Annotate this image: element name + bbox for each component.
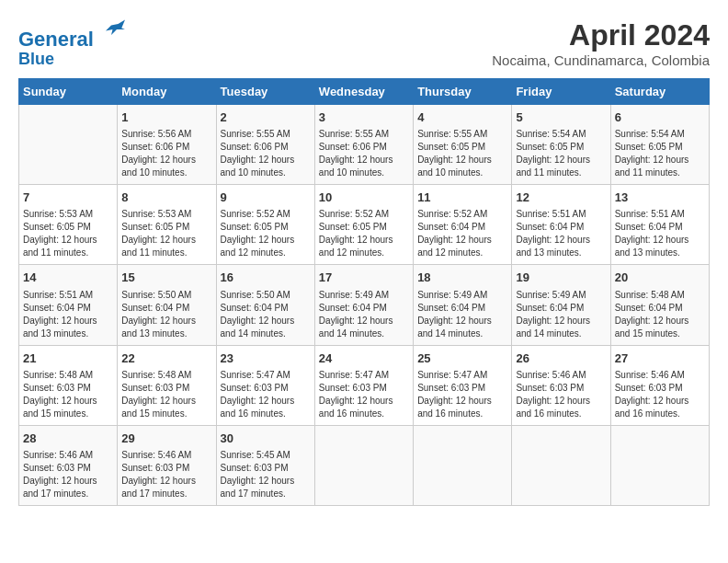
calendar-cell — [610, 425, 709, 505]
calendar-cell: 25Sunrise: 5:47 AM Sunset: 6:03 PM Dayli… — [414, 345, 512, 425]
calendar-cell: 23Sunrise: 5:47 AM Sunset: 6:03 PM Dayli… — [216, 345, 314, 425]
day-number: 7 — [23, 190, 113, 206]
day-number: 28 — [23, 431, 113, 447]
calendar-row: 7Sunrise: 5:53 AM Sunset: 6:05 PM Daylig… — [19, 185, 710, 265]
header-day: Saturday — [610, 78, 709, 104]
logo-general: General — [18, 28, 94, 51]
day-number: 2 — [221, 109, 311, 126]
calendar-cell: 30Sunrise: 5:45 AM Sunset: 6:03 PM Dayli… — [216, 425, 314, 505]
header-day: Friday — [512, 78, 610, 104]
calendar-cell: 21Sunrise: 5:48 AM Sunset: 6:03 PM Dayli… — [19, 345, 118, 425]
calendar-row: 14Sunrise: 5:51 AM Sunset: 6:04 PM Dayli… — [19, 265, 710, 345]
header-day: Sunday — [19, 78, 118, 104]
day-info: Sunrise: 5:48 AM Sunset: 6:03 PM Dayligh… — [121, 369, 211, 420]
logo: General Blue — [18, 18, 125, 69]
calendar-row: 1Sunrise: 5:56 AM Sunset: 6:06 PM Daylig… — [19, 104, 710, 184]
day-info: Sunrise: 5:53 AM Sunset: 6:05 PM Dayligh… — [23, 208, 113, 259]
header-day: Thursday — [414, 78, 512, 104]
page-header: General Blue April 2024 Nocaima, Cundina… — [18, 18, 710, 69]
calendar-cell: 10Sunrise: 5:52 AM Sunset: 6:05 PM Dayli… — [314, 185, 413, 265]
header-day: Monday — [118, 78, 216, 104]
day-info: Sunrise: 5:49 AM Sunset: 6:04 PM Dayligh… — [417, 289, 507, 340]
day-number: 14 — [23, 270, 113, 286]
day-number: 10 — [319, 190, 409, 206]
calendar-cell: 18Sunrise: 5:49 AM Sunset: 6:04 PM Dayli… — [414, 265, 512, 345]
day-info: Sunrise: 5:55 AM Sunset: 6:05 PM Dayligh… — [417, 128, 507, 179]
day-number: 17 — [319, 270, 409, 286]
calendar-row: 21Sunrise: 5:48 AM Sunset: 6:03 PM Dayli… — [19, 345, 710, 425]
day-number: 18 — [417, 270, 507, 286]
day-number: 3 — [319, 109, 409, 126]
day-info: Sunrise: 5:49 AM Sunset: 6:04 PM Dayligh… — [319, 289, 409, 340]
day-number: 30 — [221, 431, 311, 447]
calendar-table: SundayMondayTuesdayWednesdayThursdayFrid… — [18, 78, 710, 506]
day-number: 25 — [417, 350, 507, 367]
day-info: Sunrise: 5:55 AM Sunset: 6:06 PM Dayligh… — [319, 128, 409, 179]
calendar-row: 28Sunrise: 5:46 AM Sunset: 6:03 PM Dayli… — [19, 425, 710, 505]
day-info: Sunrise: 5:50 AM Sunset: 6:04 PM Dayligh… — [121, 289, 211, 340]
calendar-cell: 1Sunrise: 5:56 AM Sunset: 6:06 PM Daylig… — [118, 104, 216, 184]
calendar-cell — [512, 425, 610, 505]
calendar-cell: 27Sunrise: 5:46 AM Sunset: 6:03 PM Dayli… — [610, 345, 709, 425]
day-number: 24 — [319, 350, 409, 367]
header-day: Wednesday — [314, 78, 413, 104]
day-number: 23 — [221, 350, 311, 367]
calendar-cell: 15Sunrise: 5:50 AM Sunset: 6:04 PM Dayli… — [118, 265, 216, 345]
month-title: April 2024 — [492, 18, 710, 52]
calendar-cell: 20Sunrise: 5:48 AM Sunset: 6:04 PM Dayli… — [610, 265, 709, 345]
day-info: Sunrise: 5:52 AM Sunset: 6:04 PM Dayligh… — [417, 208, 507, 259]
logo-bird-icon — [97, 18, 125, 46]
day-info: Sunrise: 5:53 AM Sunset: 6:05 PM Dayligh… — [121, 208, 211, 259]
day-info: Sunrise: 5:51 AM Sunset: 6:04 PM Dayligh… — [23, 289, 113, 340]
day-number: 1 — [121, 109, 211, 126]
calendar-cell: 16Sunrise: 5:50 AM Sunset: 6:04 PM Dayli… — [216, 265, 314, 345]
calendar-body: 1Sunrise: 5:56 AM Sunset: 6:06 PM Daylig… — [19, 104, 710, 505]
day-info: Sunrise: 5:46 AM Sunset: 6:03 PM Dayligh… — [121, 449, 211, 500]
day-number: 6 — [615, 109, 705, 126]
day-number: 4 — [417, 109, 507, 126]
calendar-cell: 14Sunrise: 5:51 AM Sunset: 6:04 PM Dayli… — [19, 265, 118, 345]
day-number: 29 — [121, 431, 211, 447]
header-day: Tuesday — [216, 78, 314, 104]
day-number: 26 — [516, 350, 606, 367]
calendar-cell: 3Sunrise: 5:55 AM Sunset: 6:06 PM Daylig… — [314, 104, 413, 184]
day-number: 13 — [615, 190, 705, 206]
calendar-cell: 2Sunrise: 5:55 AM Sunset: 6:06 PM Daylig… — [216, 104, 314, 184]
calendar-cell: 4Sunrise: 5:55 AM Sunset: 6:05 PM Daylig… — [414, 104, 512, 184]
calendar-cell: 24Sunrise: 5:47 AM Sunset: 6:03 PM Dayli… — [314, 345, 413, 425]
day-info: Sunrise: 5:55 AM Sunset: 6:06 PM Dayligh… — [221, 128, 311, 179]
day-info: Sunrise: 5:47 AM Sunset: 6:03 PM Dayligh… — [319, 369, 409, 420]
day-info: Sunrise: 5:54 AM Sunset: 6:05 PM Dayligh… — [615, 128, 705, 179]
title-block: April 2024 Nocaima, Cundinamarca, Colomb… — [492, 18, 710, 68]
header-row: SundayMondayTuesdayWednesdayThursdayFrid… — [19, 78, 710, 104]
day-number: 5 — [516, 109, 606, 126]
calendar-cell: 11Sunrise: 5:52 AM Sunset: 6:04 PM Dayli… — [414, 185, 512, 265]
calendar-cell: 6Sunrise: 5:54 AM Sunset: 6:05 PM Daylig… — [610, 104, 709, 184]
day-info: Sunrise: 5:46 AM Sunset: 6:03 PM Dayligh… — [615, 369, 705, 420]
calendar-cell: 29Sunrise: 5:46 AM Sunset: 6:03 PM Dayli… — [118, 425, 216, 505]
calendar-cell: 13Sunrise: 5:51 AM Sunset: 6:04 PM Dayli… — [610, 185, 709, 265]
calendar-cell: 12Sunrise: 5:51 AM Sunset: 6:04 PM Dayli… — [512, 185, 610, 265]
day-number: 9 — [221, 190, 311, 206]
day-info: Sunrise: 5:48 AM Sunset: 6:03 PM Dayligh… — [23, 369, 113, 420]
day-info: Sunrise: 5:47 AM Sunset: 6:03 PM Dayligh… — [221, 369, 311, 420]
day-number: 20 — [615, 270, 705, 286]
day-number: 16 — [221, 270, 311, 286]
calendar-cell — [314, 425, 413, 505]
day-info: Sunrise: 5:46 AM Sunset: 6:03 PM Dayligh… — [23, 449, 113, 500]
day-info: Sunrise: 5:52 AM Sunset: 6:05 PM Dayligh… — [221, 208, 311, 259]
calendar-cell: 5Sunrise: 5:54 AM Sunset: 6:05 PM Daylig… — [512, 104, 610, 184]
day-info: Sunrise: 5:47 AM Sunset: 6:03 PM Dayligh… — [417, 369, 507, 420]
day-info: Sunrise: 5:48 AM Sunset: 6:04 PM Dayligh… — [615, 289, 705, 340]
day-info: Sunrise: 5:46 AM Sunset: 6:03 PM Dayligh… — [516, 369, 606, 420]
day-number: 27 — [615, 350, 705, 367]
calendar-cell: 22Sunrise: 5:48 AM Sunset: 6:03 PM Dayli… — [118, 345, 216, 425]
day-number: 8 — [121, 190, 211, 206]
day-number: 11 — [417, 190, 507, 206]
day-info: Sunrise: 5:52 AM Sunset: 6:05 PM Dayligh… — [319, 208, 409, 259]
calendar-cell: 9Sunrise: 5:52 AM Sunset: 6:05 PM Daylig… — [216, 185, 314, 265]
day-number: 22 — [121, 350, 211, 367]
day-info: Sunrise: 5:49 AM Sunset: 6:04 PM Dayligh… — [516, 289, 606, 340]
logo-blue: Blue — [18, 51, 125, 69]
location-subtitle: Nocaima, Cundinamarca, Colombia — [492, 52, 710, 68]
